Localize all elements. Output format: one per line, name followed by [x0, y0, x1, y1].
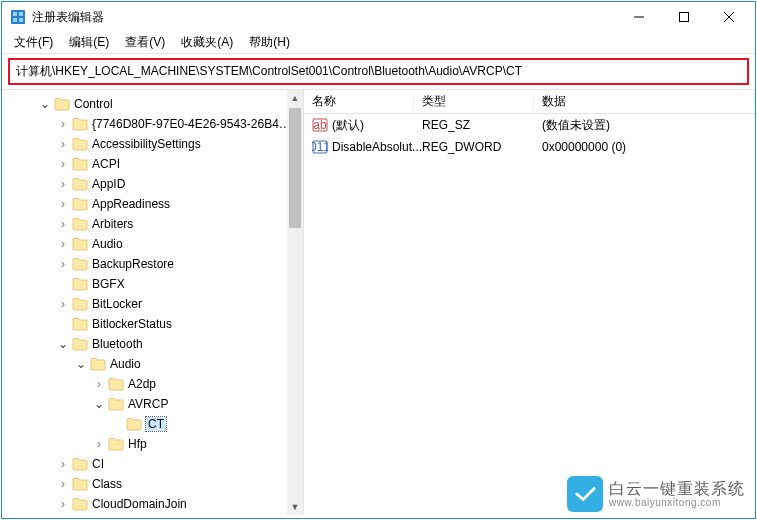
list-header: 名称 类型 数据 [304, 90, 755, 114]
tree-node-label: Arbiters [92, 217, 133, 231]
folder-icon [72, 137, 88, 151]
tree-node[interactable]: ›Class [2, 474, 303, 494]
tree-node[interactable]: ⌄Audio [2, 354, 303, 374]
folder-icon [72, 177, 88, 191]
watermark-cn: 白云一键重装系统 [609, 480, 745, 498]
chevron-right-icon[interactable]: › [56, 137, 70, 151]
tree-node[interactable]: ›CloudDomainJoin [2, 494, 303, 514]
app-icon [10, 9, 26, 25]
tree-node-label: Audio [92, 237, 123, 251]
tree-node[interactable]: BitlockerStatus [2, 314, 303, 334]
menu-file[interactable]: 文件(F) [6, 32, 61, 53]
folder-icon [72, 197, 88, 211]
folder-icon [54, 97, 70, 111]
scroll-down-icon[interactable]: ▼ [287, 499, 303, 515]
tree-node-label: BitlockerStatus [92, 317, 172, 331]
tree-node-label: CT [146, 417, 166, 431]
tree-node[interactable]: CT [2, 414, 303, 434]
titlebar[interactable]: 注册表编辑器 [2, 2, 755, 32]
tree-node[interactable]: ›AppID [2, 174, 303, 194]
scroll-thumb[interactable] [289, 108, 301, 228]
address-bar[interactable]: 计算机\HKEY_LOCAL_MACHINE\SYSTEM\ControlSet… [8, 58, 749, 85]
col-header-data[interactable]: 数据 [534, 93, 755, 110]
chevron-right-icon[interactable]: › [56, 477, 70, 491]
tree-node[interactable]: ›Arbiters [2, 214, 303, 234]
tree-node[interactable]: ›BackupRestore [2, 254, 303, 274]
tree-node-label: Control [74, 97, 113, 111]
watermark-url: www.baiyunxitong.com [609, 497, 745, 508]
tree-node[interactable]: ›Hfp [2, 434, 303, 454]
chevron-down-icon[interactable]: ⌄ [92, 397, 106, 411]
tree-node[interactable]: ⌄Control [2, 94, 303, 114]
folder-icon [72, 317, 88, 331]
folder-icon [72, 237, 88, 251]
menu-view[interactable]: 查看(V) [117, 32, 173, 53]
tree-node-label: AppID [92, 177, 125, 191]
chevron-right-icon[interactable]: › [56, 237, 70, 251]
chevron-right-icon[interactable]: › [56, 197, 70, 211]
folder-icon [90, 357, 106, 371]
folder-icon [72, 277, 88, 291]
col-header-name[interactable]: 名称 [304, 93, 414, 110]
folder-icon [72, 217, 88, 231]
watermark: 白云一键重装系统 www.baiyunxitong.com [567, 476, 745, 512]
tree-node-label: {7746D80F-97E0-4E26-9543-26B4… [92, 117, 291, 131]
list-body[interactable]: ab(默认)REG_SZ(数值未设置)011DisableAbsolut...R… [304, 114, 755, 515]
menu-edit[interactable]: 编辑(E) [61, 32, 117, 53]
col-header-type[interactable]: 类型 [414, 93, 534, 110]
string-value-icon: ab [312, 117, 328, 133]
watermark-text: 白云一键重装系统 www.baiyunxitong.com [609, 480, 745, 509]
tree-scrollbar[interactable]: ▲ ▼ [287, 90, 303, 515]
tree-node[interactable]: ⌄Bluetooth [2, 334, 303, 354]
value-type: REG_SZ [414, 118, 534, 132]
tree-node[interactable]: ›ACPI [2, 154, 303, 174]
window-controls [616, 3, 751, 31]
chevron-right-icon[interactable]: › [56, 177, 70, 191]
list-row[interactable]: 011DisableAbsolut...REG_DWORD0x00000000 … [304, 136, 755, 158]
value-type: REG_DWORD [414, 140, 534, 154]
tree-node-label: Hfp [128, 437, 147, 451]
chevron-down-icon[interactable]: ⌄ [56, 337, 70, 351]
content-area: ⌄Control›{7746D80F-97E0-4E26-9543-26B4…›… [2, 89, 755, 515]
chevron-down-icon[interactable]: ⌄ [38, 97, 52, 111]
chevron-right-icon[interactable]: › [56, 257, 70, 271]
tree-node-label: ACPI [92, 157, 120, 171]
chevron-right-icon[interactable]: › [56, 297, 70, 311]
tree-node-label: AVRCP [128, 397, 168, 411]
maximize-button[interactable] [661, 3, 706, 31]
tree-node[interactable]: ›AppReadiness [2, 194, 303, 214]
chevron-right-icon[interactable]: › [56, 217, 70, 231]
chevron-right-icon[interactable]: › [56, 497, 70, 511]
close-button[interactable] [706, 3, 751, 31]
tree-node-label: BackupRestore [92, 257, 174, 271]
chevron-right-icon[interactable]: › [56, 457, 70, 471]
svg-text:ab: ab [313, 118, 327, 132]
tree-pane[interactable]: ⌄Control›{7746D80F-97E0-4E26-9543-26B4…›… [2, 90, 304, 515]
scroll-up-icon[interactable]: ▲ [287, 90, 303, 106]
folder-icon [126, 417, 142, 431]
chevron-right-icon[interactable]: › [92, 377, 106, 391]
chevron-right-icon[interactable]: › [56, 117, 70, 131]
tree-node[interactable]: ›CI [2, 454, 303, 474]
tree-node[interactable]: ›Audio [2, 234, 303, 254]
tree-node-label: CI [92, 457, 104, 471]
tree-node[interactable]: ⌄AVRCP [2, 394, 303, 414]
svg-rect-4 [19, 18, 23, 22]
menu-help[interactable]: 帮助(H) [241, 32, 298, 53]
folder-icon [72, 257, 88, 271]
chevron-right-icon[interactable]: › [92, 437, 106, 451]
list-row[interactable]: ab(默认)REG_SZ(数值未设置) [304, 114, 755, 136]
tree-node[interactable]: ›{7746D80F-97E0-4E26-9543-26B4… [2, 114, 303, 134]
tree-node[interactable]: ›AccessibilitySettings [2, 134, 303, 154]
menu-favorites[interactable]: 收藏夹(A) [173, 32, 241, 53]
tree-node[interactable]: ›BitLocker [2, 294, 303, 314]
minimize-button[interactable] [616, 3, 661, 31]
tree-node[interactable]: ›A2dp [2, 374, 303, 394]
chevron-down-icon[interactable]: ⌄ [74, 357, 88, 371]
svg-rect-2 [19, 12, 23, 16]
tree-node[interactable]: BGFX [2, 274, 303, 294]
value-name: DisableAbsolut... [332, 140, 422, 154]
folder-icon [72, 477, 88, 491]
value-data: (数值未设置) [534, 117, 755, 134]
chevron-right-icon[interactable]: › [56, 157, 70, 171]
